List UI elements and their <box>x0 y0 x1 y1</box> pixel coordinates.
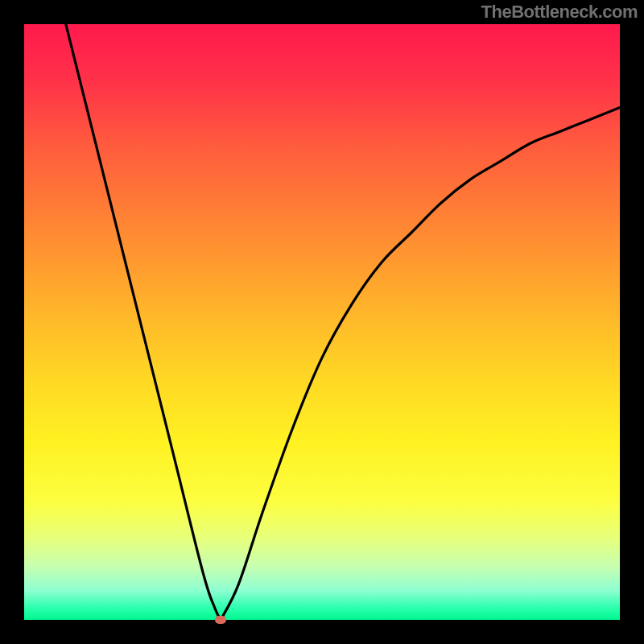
min-marker-dot <box>215 616 226 624</box>
chart-frame: TheBottleneck.com <box>0 0 644 644</box>
left-branch-path <box>66 24 221 620</box>
plot-area <box>24 24 620 620</box>
curve-layer <box>24 24 620 620</box>
watermark-text: TheBottleneck.com <box>481 2 638 23</box>
right-branch-path <box>221 108 620 620</box>
